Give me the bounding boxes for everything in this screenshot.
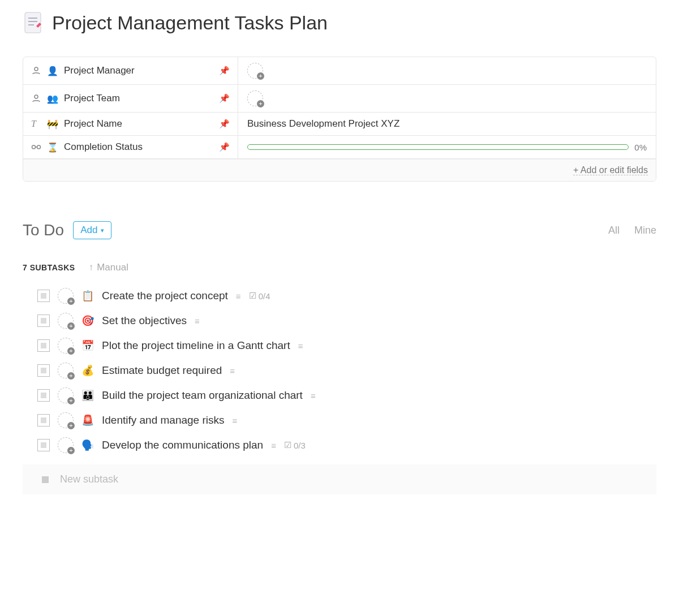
- task-title[interactable]: Plot the project timeline in a Gantt cha…: [102, 339, 290, 352]
- sort-mode[interactable]: Manual: [89, 262, 128, 273]
- filter-mine[interactable]: Mine: [634, 225, 656, 236]
- person-type-icon: [31, 93, 41, 104]
- text-type-icon: T: [31, 119, 41, 129]
- add-assignee-icon[interactable]: [58, 338, 74, 354]
- description-icon[interactable]: ≡: [271, 441, 276, 450]
- hourglass-icon: ⌛: [47, 142, 58, 153]
- progress-percent: 0%: [634, 143, 647, 152]
- pin-icon[interactable]: 📌: [219, 66, 230, 76]
- add-assignee-icon[interactable]: [58, 437, 74, 453]
- description-icon[interactable]: ≡: [233, 416, 238, 425]
- task-title[interactable]: Identify and manage risks: [102, 414, 225, 427]
- subtasks-count: 7 SUBTASKS: [23, 263, 75, 272]
- add-edit-fields-link[interactable]: + Add or edit fields: [573, 165, 648, 175]
- description-icon[interactable]: ≡: [195, 316, 200, 326]
- task-checkbox[interactable]: [37, 389, 50, 402]
- svg-point-6: [32, 145, 36, 149]
- add-assignee-icon[interactable]: [247, 91, 263, 106]
- field-row-project-manager[interactable]: 👤 Project Manager 📌: [23, 57, 656, 85]
- field-value-project-team[interactable]: [238, 85, 656, 112]
- task-row[interactable]: 🚨Identify and manage risks≡: [37, 412, 656, 428]
- task-title[interactable]: Develop the communications plan: [102, 439, 263, 451]
- page-title: Project Management Tasks Plan: [52, 12, 328, 34]
- progress-wrap: 0%: [247, 143, 647, 152]
- description-icon[interactable]: ≡: [236, 291, 241, 301]
- svg-point-7: [37, 145, 41, 149]
- add-assignee-icon[interactable]: [58, 288, 74, 304]
- field-label-cell: 👥 Project Team 📌: [23, 85, 238, 112]
- field-label: Project Manager: [64, 65, 135, 76]
- task-row[interactable]: 🎯Set the objectives≡: [37, 313, 656, 329]
- field-label: Completion Status: [64, 141, 143, 153]
- pin-icon[interactable]: 📌: [219, 119, 230, 129]
- pin-icon[interactable]: 📌: [219, 93, 230, 104]
- field-row-project-team[interactable]: 👥 Project Team 📌: [23, 85, 656, 113]
- field-label-cell: T 🚧 Project Name 📌: [23, 113, 238, 135]
- subtask-count[interactable]: 0/3: [284, 440, 306, 450]
- task-emoji-icon: 🎯: [81, 315, 94, 327]
- svg-rect-0: [25, 12, 41, 33]
- task-emoji-icon: 🗣️: [81, 439, 94, 451]
- add-assignee-icon[interactable]: [247, 63, 263, 79]
- task-emoji-icon: 📋: [81, 290, 94, 302]
- task-checkbox[interactable]: [37, 414, 50, 427]
- todo-header: To Do Add All Mine: [23, 221, 656, 239]
- add-assignee-icon[interactable]: [58, 412, 74, 428]
- todo-section-title: To Do: [23, 221, 64, 239]
- task-emoji-icon: 🚨: [81, 414, 94, 427]
- people-icon: 👥: [47, 93, 58, 104]
- task-emoji-icon: 💰: [81, 364, 94, 377]
- fields-table: 👤 Project Manager 📌 👥 Project Team 📌 T 🚧…: [23, 57, 656, 182]
- task-row[interactable]: 👪Build the project team organizational c…: [37, 387, 656, 403]
- add-button-label: Add: [80, 225, 97, 236]
- task-list: 📋Create the project concept≡0/4🎯Set the …: [23, 288, 656, 453]
- add-button[interactable]: Add: [73, 221, 111, 239]
- field-label: Project Name: [64, 118, 122, 130]
- task-row[interactable]: 💰Estimate budget required≡: [37, 363, 656, 378]
- task-emoji-icon: 📅: [81, 339, 94, 352]
- todo-filters: All Mine: [608, 225, 656, 236]
- svg-point-5: [35, 95, 38, 98]
- task-emoji-icon: 👪: [81, 389, 94, 402]
- task-title[interactable]: Create the project concept: [102, 290, 228, 302]
- field-label-cell: ⌛ Completion Status 📌: [23, 136, 238, 158]
- new-subtask-marker-icon: [42, 476, 49, 483]
- add-assignee-icon[interactable]: [58, 387, 74, 403]
- task-title[interactable]: Estimate budget required: [102, 364, 222, 377]
- filter-all[interactable]: All: [608, 225, 620, 236]
- document-icon: [23, 11, 43, 34]
- task-checkbox[interactable]: [37, 339, 50, 352]
- field-label: Project Team: [64, 93, 120, 104]
- person-type-icon: [31, 66, 41, 76]
- progress-bar: [247, 144, 629, 150]
- construction-icon: 🚧: [47, 119, 58, 130]
- task-checkbox[interactable]: [37, 364, 50, 377]
- field-value-project-name[interactable]: Business Development Project XYZ: [238, 113, 656, 135]
- subtask-count[interactable]: 0/4: [249, 291, 270, 301]
- task-checkbox[interactable]: [37, 290, 50, 302]
- svg-point-4: [35, 67, 38, 71]
- subtasks-meta: 7 SUBTASKS Manual: [23, 262, 656, 273]
- description-icon[interactable]: ≡: [311, 391, 316, 400]
- field-value-completion: 0%: [238, 136, 656, 158]
- task-row[interactable]: 🗣️Develop the communications plan≡0/3: [37, 437, 656, 453]
- new-subtask-input[interactable]: New subtask: [23, 464, 656, 494]
- field-row-project-name[interactable]: T 🚧 Project Name 📌 Business Development …: [23, 113, 656, 136]
- add-assignee-icon[interactable]: [58, 313, 74, 329]
- add-assignee-icon[interactable]: [58, 363, 74, 378]
- task-row[interactable]: 📅Plot the project timeline in a Gantt ch…: [37, 338, 656, 354]
- field-label-cell: 👤 Project Manager 📌: [23, 57, 238, 84]
- task-title[interactable]: Build the project team organizational ch…: [102, 389, 303, 402]
- task-checkbox[interactable]: [37, 439, 50, 451]
- field-value-project-manager[interactable]: [238, 57, 656, 84]
- pin-icon[interactable]: 📌: [219, 142, 230, 152]
- task-checkbox[interactable]: [37, 315, 50, 327]
- formula-type-icon: [31, 143, 41, 151]
- sort-mode-label: Manual: [97, 262, 128, 273]
- description-icon[interactable]: ≡: [298, 341, 303, 351]
- task-title[interactable]: Set the objectives: [102, 315, 187, 327]
- field-row-completion[interactable]: ⌛ Completion Status 📌 0%: [23, 136, 656, 159]
- task-row[interactable]: 📋Create the project concept≡0/4: [37, 288, 656, 304]
- description-icon[interactable]: ≡: [230, 366, 235, 376]
- person-silhouette-icon: 👤: [47, 66, 58, 76]
